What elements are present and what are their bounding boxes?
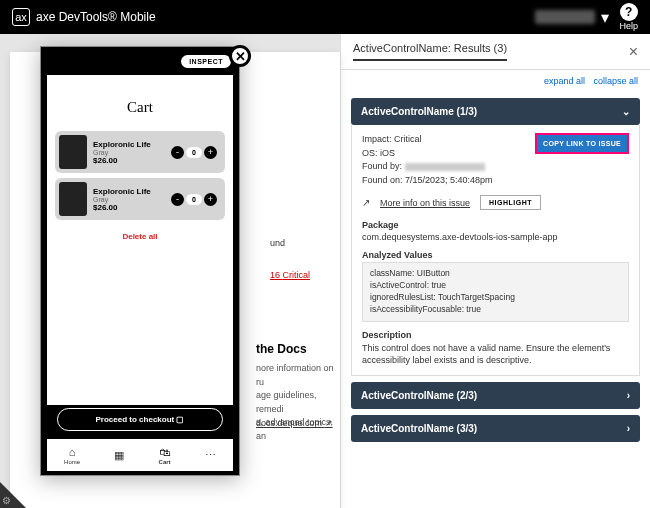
topbar: ax axe DevTools® Mobile ▾ ? Help	[0, 0, 650, 34]
expand-all-link[interactable]: expand all	[544, 76, 585, 86]
highlight-button[interactable]: HIGHLIGHT	[480, 195, 541, 210]
chevron-down-icon: ▾	[601, 8, 609, 27]
bag-icon: 🛍	[159, 446, 170, 458]
cart-title: Cart	[47, 75, 233, 126]
issue-counts: und 16 Critical	[270, 238, 310, 280]
help-button[interactable]: ? Help	[619, 3, 638, 31]
user-name-redacted	[535, 10, 595, 24]
chevron-right-icon: ›	[627, 390, 630, 401]
total-value: $52.00	[189, 390, 223, 402]
qty-minus-button[interactable]: -	[171, 146, 184, 159]
results-panel: ActiveControlName: Results (3) × expand …	[340, 34, 650, 508]
tab-bar: ⌂Home ▦ 🛍Cart ⋯	[47, 439, 233, 471]
grid-icon: ▦	[114, 449, 124, 462]
more-info-link[interactable]: More info on this issue	[380, 198, 470, 208]
product-thumb	[59, 135, 87, 169]
delete-all-button[interactable]: Delete all	[47, 232, 233, 241]
qty-value: 0	[186, 194, 202, 205]
app-screen: Cart Exploronic Life Gray $26.00 - 0 +	[47, 75, 233, 405]
docs-text: nore information on ru age guidelines, r…	[256, 362, 340, 443]
tab-grid[interactable]: ▦	[114, 449, 124, 462]
issue-header-3[interactable]: ActiveControlName (3/3)›	[351, 415, 640, 442]
product-name: axe DevTools® Mobile	[36, 10, 156, 24]
qty-minus-button[interactable]: -	[171, 193, 184, 206]
critical-count-link[interactable]: 16 Critical	[270, 270, 310, 280]
gear-icon[interactable]: ⚙	[2, 495, 11, 506]
device-preview: INSPECT ✕ Cart Exploronic Life Gray $26.…	[40, 46, 240, 476]
product-logo: ax axe DevTools® Mobile	[12, 8, 156, 26]
user-menu[interactable]: ▾	[535, 8, 609, 27]
external-link-icon: ↗	[362, 197, 370, 208]
panel-title: ActiveControlName: Results (3)	[353, 42, 507, 61]
copy-link-button[interactable]: COPY LINK TO ISSUE	[535, 133, 629, 154]
close-panel-button[interactable]: ×	[629, 43, 638, 61]
more-icon: ⋯	[205, 449, 216, 462]
total-label: Total (2 items):	[57, 390, 116, 402]
issue-body-1: Impact: Critical OS: iOS Found by: Found…	[351, 125, 640, 376]
close-preview-button[interactable]: ✕	[229, 45, 251, 67]
tab-cart[interactable]: 🛍Cart	[159, 446, 171, 465]
docs-link[interactable]: docs.deque.com ↗	[256, 418, 333, 428]
help-icon: ?	[620, 3, 638, 21]
product-thumb	[59, 182, 87, 216]
axe-logo-icon: ax	[12, 8, 30, 26]
found-by-redacted	[405, 163, 485, 171]
issue-header-1[interactable]: ActiveControlName (1/3)⌄	[351, 98, 640, 125]
checkout-button[interactable]: Proceed to checkout ▢	[57, 408, 223, 431]
tab-more[interactable]: ⋯	[205, 449, 216, 462]
qty-plus-button[interactable]: +	[204, 193, 217, 206]
cart-item: Exploronic Life Gray $26.00 - 0 +	[55, 131, 225, 173]
external-link-icon: ↗	[325, 418, 333, 428]
home-icon: ⌂	[69, 446, 76, 458]
cart-item: Exploronic Life Gray $26.00 - 0 +	[55, 178, 225, 220]
collapse-all-link[interactable]: collapse all	[593, 76, 638, 86]
tab-home[interactable]: ⌂Home	[64, 446, 80, 465]
qty-plus-button[interactable]: +	[204, 146, 217, 159]
docs-heading: the Docs	[256, 342, 307, 356]
left-pane: e-app und 16 Critical the Docs nore info…	[0, 34, 340, 508]
issue-header-2[interactable]: ActiveControlName (2/3)›	[351, 382, 640, 409]
chevron-down-icon: ⌄	[622, 106, 630, 117]
chevron-right-icon: ›	[627, 423, 630, 434]
analyzed-values: className: UIButton isActiveControl: tru…	[362, 262, 629, 322]
cart-icon: ▢	[176, 415, 184, 424]
inspect-button[interactable]: INSPECT	[181, 55, 231, 68]
cart-footer: Total (2 items): $52.00 Proceed to check…	[47, 384, 233, 437]
qty-value: 0	[186, 147, 202, 158]
